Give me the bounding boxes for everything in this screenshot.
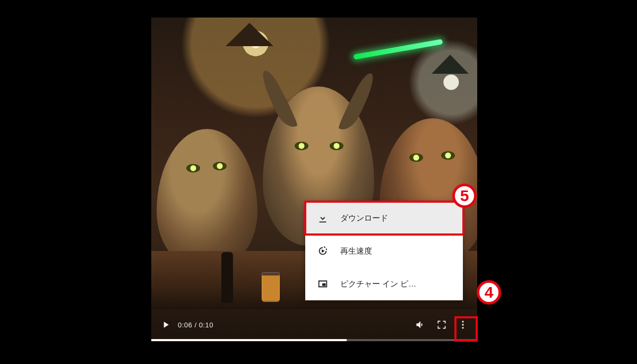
menu-item-label: 再生速度 [340, 246, 372, 256]
playback-speed-icon [317, 245, 329, 257]
more-vertical-icon [458, 319, 468, 330]
video-controls: 0:06 / 0:10 [151, 313, 477, 341]
alien-eye [186, 164, 200, 172]
alien-eye [409, 153, 423, 162]
fullscreen-button[interactable] [433, 316, 451, 334]
bottle [221, 252, 233, 303]
alien-eye [441, 151, 455, 160]
menu-item-label: ピクチャー イン ピ… [340, 279, 416, 289]
alien-left [157, 129, 257, 267]
mute-button[interactable] [411, 316, 429, 334]
more-options-menu: ダウンロード 再生速度 ピクチャー イン ピ… [305, 202, 463, 300]
annotation-number-4: 4 [477, 280, 501, 305]
neon-light [353, 39, 443, 59]
lamp-shade [432, 55, 469, 74]
play-icon [160, 319, 171, 330]
alien-eye [330, 142, 343, 150]
picture-in-picture-icon [317, 278, 329, 290]
menu-item-download[interactable]: ダウンロード [305, 202, 463, 235]
more-options-button[interactable] [454, 316, 472, 334]
progress-played [151, 339, 347, 341]
time-display: 0:06 / 0:10 [178, 321, 213, 329]
download-icon [317, 212, 329, 224]
fullscreen-icon [436, 319, 447, 330]
alien-eye [295, 142, 308, 150]
alien-eye [213, 162, 227, 170]
menu-item-label: ダウンロード [340, 213, 388, 223]
menu-item-picture-in-picture[interactable]: ピクチャー イン ピ… [305, 267, 463, 300]
beer-glass [262, 272, 280, 302]
volume-icon [415, 319, 426, 330]
lamp-shade [226, 23, 273, 46]
play-button[interactable] [157, 316, 175, 334]
menu-item-playback-speed[interactable]: 再生速度 [305, 235, 463, 267]
